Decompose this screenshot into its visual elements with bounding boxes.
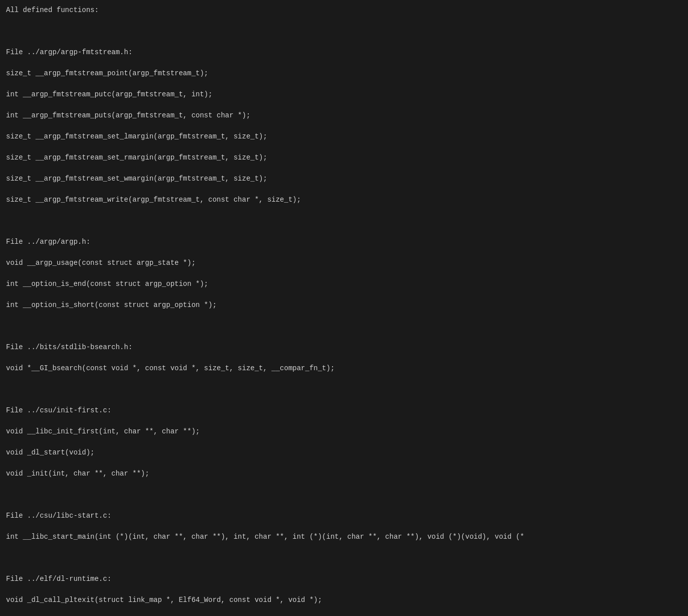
terminal-line: void *__GI_bsearch(const void *, const v… [6,363,682,374]
terminal-line: int __option_is_short(const struct argp_… [6,300,682,311]
terminal-line: int __argp_fmtstream_putc(argp_fmtstream… [6,89,682,100]
terminal-line: size_t __argp_fmtstream_point(argp_fmtst… [6,68,682,79]
terminal-line: void __libc_init_first(int, char **, cha… [6,426,682,437]
terminal-line [6,26,682,37]
terminal-line: int __libc_start_main(int (*)(int, char … [6,532,682,542]
terminal-line: void _init(int, char **, char **); [6,469,682,479]
terminal-line: All defined functions: [6,5,682,16]
terminal-line: size_t __argp_fmtstream_set_lmargin(argp… [6,131,682,142]
terminal-line: void _dl_call_pltexit(struct link_map *,… [6,595,682,605]
terminal-line [6,321,682,332]
terminal-line: size_t __argp_fmtstream_write(argp_fmtst… [6,195,682,205]
terminal-line: int __option_is_end(const struct argp_op… [6,279,682,289]
terminal-line: File ../argp/argp-fmtstream.h: [6,47,682,58]
terminal-line: File ../csu/libc-start.c: [6,511,682,521]
terminal-line: void _dl_start(void); [6,447,682,458]
terminal-line: File ../bits/stdlib-bsearch.h: [6,342,682,353]
terminal-line: size_t __argp_fmtstream_set_rmargin(argp… [6,152,682,163]
terminal: All defined functions: File ../argp/argp… [0,0,688,616]
terminal-line [6,216,682,226]
terminal-line: File ../elf/dl-runtime.c: [6,574,682,584]
terminal-line: void __argp_usage(const struct argp_stat… [6,258,682,268]
terminal-line: size_t __argp_fmtstream_set_wmargin(argp… [6,174,682,184]
terminal-line: File ../argp/argp.h: [6,237,682,247]
terminal-line: File ../csu/init-first.c: [6,405,682,416]
terminal-line [6,384,682,395]
terminal-line: int __argp_fmtstream_puts(argp_fmtstream… [6,110,682,121]
terminal-line [6,490,682,500]
terminal-line [6,553,682,563]
